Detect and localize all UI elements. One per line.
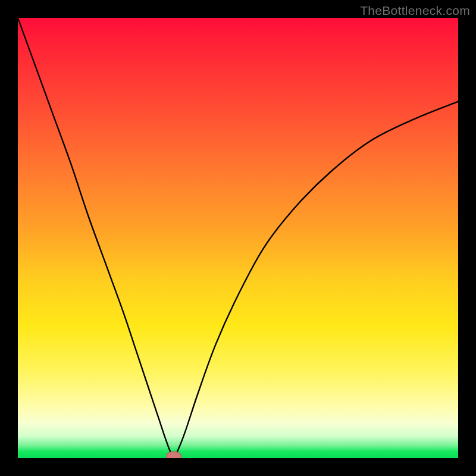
chart-frame: TheBottleneck.com: [0, 0, 476, 476]
optimal-point-marker: [166, 452, 181, 458]
plot-area: [18, 18, 458, 458]
bottleneck-curve: [18, 18, 458, 457]
curve-layer: [18, 18, 458, 458]
watermark-text: TheBottleneck.com: [360, 4, 470, 18]
